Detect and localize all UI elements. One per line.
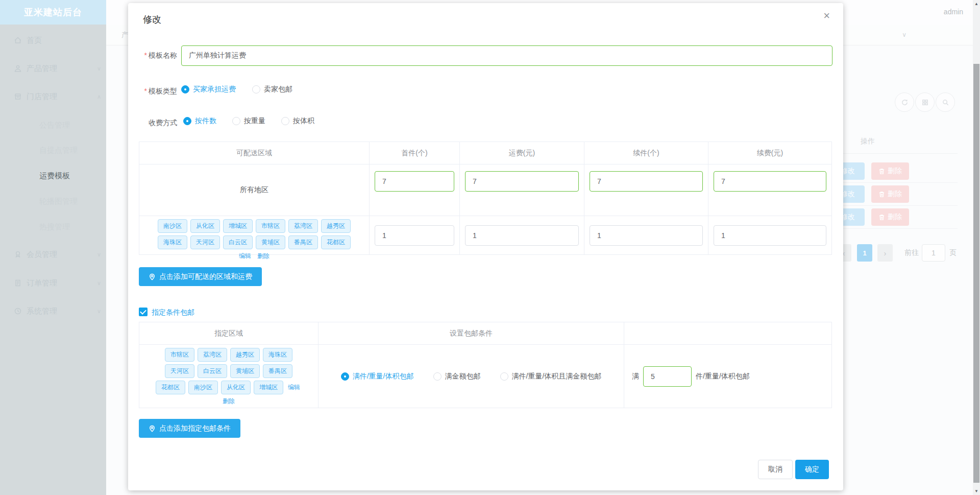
district-tag[interactable]: 荔湾区 bbox=[198, 348, 227, 362]
pagination-next-button[interactable]: › bbox=[877, 244, 893, 262]
close-icon[interactable]: × bbox=[823, 10, 830, 21]
row-delete-button[interactable]: 删除 bbox=[871, 185, 909, 203]
district-tag[interactable]: 海珠区 bbox=[263, 348, 292, 362]
sidebar-item-pickup-points[interactable]: 自提点管理 bbox=[0, 145, 106, 156]
radio-free-by-quantity-and-amount[interactable]: 满件/重量/体积且满金额包邮 bbox=[500, 372, 602, 381]
district-tag[interactable]: 市辖区 bbox=[165, 348, 194, 362]
chevron-down-icon: ∨ bbox=[97, 308, 101, 315]
sidebar-item-home[interactable]: 首页 bbox=[0, 35, 106, 46]
dialog-title: 修改 bbox=[143, 13, 161, 26]
sidebar-item-orders[interactable]: 订单管理 ∨ bbox=[0, 277, 106, 289]
store-icon bbox=[14, 92, 22, 101]
scroll-down-arrow[interactable]: ▼ bbox=[973, 489, 980, 493]
radio-by-count[interactable]: 按件数 bbox=[183, 116, 216, 126]
district-tag[interactable]: 天河区 bbox=[165, 364, 194, 378]
district-tag[interactable]: 从化区 bbox=[221, 381, 251, 394]
order-icon bbox=[14, 279, 22, 287]
additional-fee-input[interactable] bbox=[714, 225, 826, 246]
sidebar-item-products[interactable]: 产品管理 ∨ bbox=[0, 63, 106, 74]
confirm-button[interactable]: 确定 bbox=[795, 460, 829, 479]
district-tag[interactable]: 南沙区 bbox=[158, 219, 187, 233]
edit-link[interactable]: 编辑 bbox=[288, 383, 300, 392]
scroll-up-arrow[interactable]: ▲ bbox=[973, 2, 980, 6]
table-divider bbox=[843, 205, 958, 206]
radio-icon bbox=[500, 372, 508, 381]
sidebar-item-members[interactable]: 会员管理 ∨ bbox=[0, 249, 106, 260]
threshold-input[interactable] bbox=[643, 366, 692, 387]
chevron-down-icon: ∨ bbox=[97, 65, 101, 72]
chevron-up-icon: ∧ bbox=[97, 93, 101, 100]
district-tag[interactable]: 越秀区 bbox=[321, 219, 351, 233]
condition-radios-cell: 满件/重量/体积包邮 满金额包邮 满件/重量/体积且满金额包邮 bbox=[318, 345, 624, 408]
district-tag[interactable]: 南沙区 bbox=[188, 381, 218, 394]
radio-by-weight[interactable]: 按重量 bbox=[232, 116, 265, 126]
search-button[interactable] bbox=[936, 92, 955, 112]
district-tag[interactable]: 荔湾区 bbox=[288, 219, 318, 233]
columns-button[interactable] bbox=[915, 92, 935, 112]
pagination-page-unit: 页 bbox=[949, 244, 957, 262]
required-asterisk: * bbox=[144, 87, 147, 95]
refresh-button[interactable] bbox=[895, 92, 914, 112]
district-tag[interactable]: 花都区 bbox=[156, 381, 185, 394]
district-tag[interactable]: 花都区 bbox=[321, 235, 351, 249]
district-tag[interactable]: 海珠区 bbox=[158, 235, 187, 249]
sidebar-item-hot-search[interactable]: 热搜管理 bbox=[0, 221, 106, 232]
first-count-input[interactable] bbox=[375, 171, 454, 192]
district-tag[interactable]: 黄埔区 bbox=[256, 235, 285, 249]
conditional-free-checkbox[interactable] bbox=[139, 308, 148, 316]
sidebar-item-system[interactable]: 系统管理 ∨ bbox=[0, 305, 106, 317]
add-region-button[interactable]: 点击添加可配送的区域和运费 bbox=[139, 267, 262, 286]
template-type-label: *模板类型 bbox=[137, 87, 177, 96]
delete-link[interactable]: 删除 bbox=[223, 397, 235, 406]
partial-background-text: 产 bbox=[121, 31, 129, 40]
pagination-page-1[interactable]: 1 bbox=[857, 244, 872, 262]
pagination-goto-input[interactable] bbox=[922, 244, 945, 262]
district-tag[interactable]: 黄埔区 bbox=[230, 364, 260, 378]
table-divider bbox=[843, 153, 958, 154]
additional-count-input[interactable] bbox=[590, 171, 703, 192]
radio-buyer-pays[interactable]: 买家承担运费 bbox=[181, 85, 236, 94]
district-tag[interactable]: 番禺区 bbox=[263, 364, 292, 378]
district-tag[interactable]: 白云区 bbox=[198, 364, 227, 378]
row-delete-button[interactable]: 删除 bbox=[871, 208, 909, 226]
district-tag[interactable]: 增城区 bbox=[254, 381, 283, 394]
chevron-down-icon[interactable]: ∨ bbox=[902, 31, 906, 38]
radio-selected-icon bbox=[183, 117, 191, 125]
district-tag[interactable]: 白云区 bbox=[223, 235, 253, 249]
app-logo: 亚米建站后台 bbox=[0, 0, 106, 25]
district-tag[interactable]: 从化区 bbox=[190, 219, 220, 233]
username-label[interactable]: admin bbox=[944, 8, 963, 16]
first-count-input[interactable] bbox=[375, 225, 454, 246]
sidebar-item-carousel[interactable]: 轮播图管理 bbox=[0, 196, 106, 207]
district-tag[interactable]: 市辖区 bbox=[256, 219, 285, 233]
first-fee-input[interactable] bbox=[465, 225, 579, 246]
additional-count-input[interactable] bbox=[590, 225, 703, 246]
district-tag[interactable]: 天河区 bbox=[190, 235, 220, 249]
district-tag[interactable]: 越秀区 bbox=[230, 348, 260, 362]
edit-link[interactable]: 编辑 bbox=[239, 252, 251, 261]
trash-icon bbox=[878, 168, 885, 175]
conditional-free-label[interactable]: 指定条件包邮 bbox=[152, 308, 194, 317]
template-name-input[interactable] bbox=[181, 45, 832, 66]
trash-icon bbox=[878, 191, 885, 198]
first-fee-input[interactable] bbox=[465, 171, 579, 192]
delete-link[interactable]: 删除 bbox=[257, 252, 270, 261]
threshold-prefix: 满 bbox=[632, 372, 639, 381]
row-delete-button[interactable]: 删除 bbox=[871, 162, 909, 180]
radio-selected-icon bbox=[181, 85, 189, 93]
cancel-button[interactable]: 取消 bbox=[758, 460, 793, 479]
radio-by-volume[interactable]: 按体积 bbox=[281, 116, 314, 126]
radio-free-by-quantity[interactable]: 满件/重量/体积包邮 bbox=[341, 372, 414, 381]
district-tag[interactable]: 增城区 bbox=[223, 219, 253, 233]
add-condition-button[interactable]: 点击添加指定包邮条件 bbox=[139, 419, 240, 438]
edit-template-dialog: 修改 × *模板名称 *模板类型 买家承担运费 卖家包邮 收费方式 按件数 按重… bbox=[128, 3, 843, 490]
sidebar-item-stores[interactable]: 门店管理 ∧ bbox=[0, 91, 106, 102]
additional-fee-input[interactable] bbox=[714, 171, 826, 192]
chevron-down-icon: ∨ bbox=[97, 251, 101, 258]
sidebar-item-announcements[interactable]: 公告管理 bbox=[0, 120, 106, 131]
radio-seller-free[interactable]: 卖家包邮 bbox=[252, 85, 292, 94]
sidebar-item-shipping-templates[interactable]: 运费模板 bbox=[0, 170, 106, 181]
page-scrollbar-thumb[interactable] bbox=[973, 64, 979, 483]
radio-free-by-amount[interactable]: 满金额包邮 bbox=[433, 372, 481, 381]
district-tag[interactable]: 番禺区 bbox=[288, 235, 318, 249]
